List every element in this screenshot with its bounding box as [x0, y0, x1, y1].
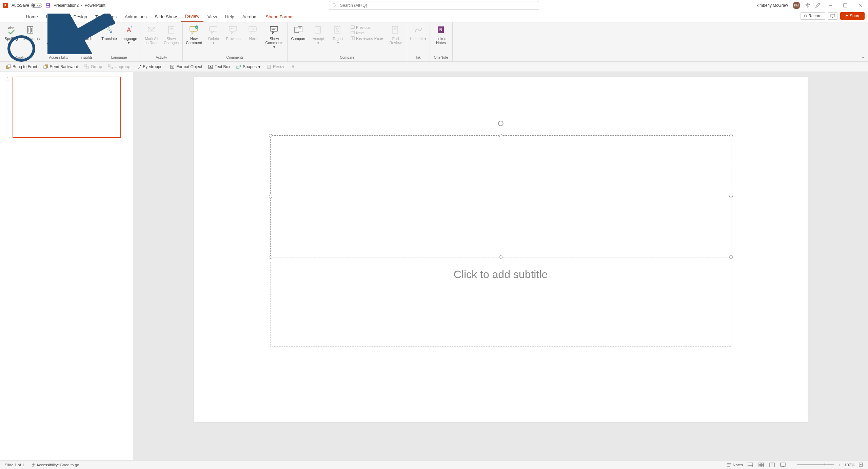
- bring-to-front-button[interactable]: Bring to Front: [6, 64, 37, 69]
- mark-read-label: Mark All as Read: [143, 37, 160, 45]
- compare-button[interactable]: Compare: [290, 24, 307, 41]
- group-ink-label: Ink: [410, 55, 427, 61]
- svg-rect-46: [351, 31, 354, 34]
- group-ink: Hide Ink ▾ Ink: [407, 22, 430, 61]
- accessibility-status[interactable]: Accessibility: Good to go: [31, 463, 79, 467]
- resize-handle-mr[interactable]: [729, 195, 733, 198]
- notes-button[interactable]: Notes: [727, 463, 743, 467]
- new-comment-button[interactable]: + New Comment: [185, 24, 202, 45]
- tab-slideshow[interactable]: Slide Show: [151, 12, 181, 22]
- thesaurus-button[interactable]: Thesaurus: [22, 24, 39, 41]
- zoom-out-button[interactable]: −: [790, 463, 793, 467]
- tab-transitions[interactable]: Transitions: [91, 12, 121, 22]
- show-comments-icon: [269, 24, 280, 35]
- user-avatar[interactable]: KM: [793, 2, 800, 9]
- diamond-icon[interactable]: [805, 3, 810, 8]
- reading-view-button[interactable]: [769, 462, 775, 468]
- tab-review[interactable]: Review: [181, 12, 203, 22]
- record-button[interactable]: Record: [801, 12, 825, 20]
- language-button[interactable]: Aꜛ Language▾: [120, 24, 137, 45]
- slide-counter[interactable]: Slide 1 of 1: [5, 463, 24, 467]
- tab-acrobat[interactable]: Acrobat: [238, 12, 262, 22]
- delete-comment-button: Delete▾: [205, 24, 222, 45]
- fit-to-window-button[interactable]: [859, 462, 863, 468]
- notes-icon: [727, 463, 731, 467]
- share-button[interactable]: Share: [840, 12, 865, 20]
- tab-design[interactable]: Design: [70, 12, 91, 22]
- language-icon: Aꜛ: [123, 24, 134, 35]
- save-icon[interactable]: [45, 3, 50, 8]
- svg-rect-58: [85, 65, 87, 67]
- slide-thumbnail-1[interactable]: [13, 77, 121, 138]
- svg-rect-79: [762, 465, 764, 467]
- svg-point-3: [333, 3, 336, 6]
- zoom-slider[interactable]: [797, 464, 834, 465]
- tab-animations[interactable]: Animations: [121, 12, 151, 22]
- prev-comment-icon: [228, 24, 239, 35]
- zoom-in-button[interactable]: +: [838, 463, 841, 467]
- tab-shape-format[interactable]: Shape Format: [262, 12, 298, 22]
- user-name[interactable]: kimberly McGraw: [756, 3, 788, 8]
- check-accessibility-button[interactable]: Check Accessibility ▾: [45, 24, 72, 45]
- subtitle-placeholder[interactable]: Click to add subtitle: [270, 262, 731, 347]
- subtitle-placeholder-text: Click to add subtitle: [277, 268, 724, 281]
- title-placeholder[interactable]: [270, 135, 731, 257]
- hide-ink-icon: [413, 24, 424, 35]
- tab-help[interactable]: Help: [221, 12, 238, 22]
- workspace: 1 Click to add subtitle: [0, 72, 868, 460]
- quick-access-row: Bring to Front Send Backward Group Ungro…: [0, 62, 868, 72]
- resize-handle-tc[interactable]: [499, 134, 502, 137]
- autosave-toggle[interactable]: Off: [31, 3, 42, 8]
- show-comments-button[interactable]: Show Comments ▾: [264, 24, 284, 49]
- svg-rect-74: [748, 463, 753, 467]
- linked-notes-button[interactable]: N Linked Notes: [433, 24, 450, 45]
- close-button[interactable]: [855, 2, 865, 9]
- resize-handle-br[interactable]: [729, 255, 733, 259]
- tab-insert[interactable]: Insert: [42, 12, 61, 22]
- thumbnail-number: 1: [7, 77, 9, 138]
- normal-view-button[interactable]: [747, 462, 754, 468]
- resize-handle-tr[interactable]: [729, 134, 733, 137]
- search-button[interactable]: i Search: [78, 24, 95, 41]
- pen-icon[interactable]: [815, 3, 821, 8]
- tab-view[interactable]: View: [203, 12, 221, 22]
- search-box[interactable]: Search (Alt+Q): [329, 1, 539, 10]
- svg-text:ꜛ: ꜛ: [131, 26, 132, 29]
- reviewing-pane-icon: [351, 36, 355, 40]
- format-object-button[interactable]: Format Object: [170, 64, 202, 69]
- slide-canvas[interactable]: Click to add subtitle: [194, 77, 808, 422]
- resize-handle-ml[interactable]: [269, 195, 272, 198]
- status-left: Slide 1 of 1 Accessibility: Good to go: [5, 463, 79, 467]
- qat-overflow-button[interactable]: ⊽: [292, 64, 295, 69]
- ribbon-collapse-button[interactable]: ⌄: [861, 55, 865, 59]
- zoom-level[interactable]: 107%: [845, 463, 854, 467]
- next-comment-button: Next: [244, 24, 261, 41]
- eyedropper-button[interactable]: Eyedropper: [136, 64, 164, 69]
- tab-home[interactable]: Home: [22, 12, 42, 22]
- reviewing-pane-button: Reviewing Pane: [349, 36, 384, 41]
- resize-handle-bl[interactable]: [269, 255, 272, 259]
- thumb-wrap: 1: [7, 77, 126, 138]
- new-comment-label: New Comment: [185, 37, 202, 45]
- slide-sorter-view-button[interactable]: [758, 462, 765, 468]
- canvas-area[interactable]: Click to add subtitle: [133, 72, 868, 460]
- slideshow-view-button[interactable]: [780, 462, 786, 468]
- translate-button[interactable]: 文A Translate: [101, 24, 118, 41]
- format-object-icon: [170, 64, 175, 69]
- record-dot-icon: [804, 15, 807, 17]
- slide-thumbnail-panel[interactable]: 1: [0, 72, 133, 460]
- minimize-button[interactable]: [825, 2, 835, 9]
- spelling-icon: abc: [6, 24, 17, 35]
- svg-line-4: [336, 6, 337, 7]
- maximize-button[interactable]: [840, 2, 850, 9]
- resize-handle-tl[interactable]: [269, 134, 272, 137]
- group-proofing: abc Spelling Thesaurus Proofing: [0, 22, 42, 61]
- shapes-button[interactable]: Shapes ▾: [236, 64, 260, 69]
- text-box-button[interactable]: AText Box: [208, 64, 230, 69]
- send-backward-button[interactable]: Send Backward: [43, 64, 78, 69]
- group-language: 文A Translate Aꜛ Language▾ Language: [98, 22, 140, 61]
- comments-pane-button[interactable]: [828, 12, 837, 20]
- rotate-handle[interactable]: [497, 120, 504, 127]
- spelling-button[interactable]: abc Spelling: [3, 24, 20, 41]
- show-comments-label: Show Comments ▾: [264, 37, 284, 49]
